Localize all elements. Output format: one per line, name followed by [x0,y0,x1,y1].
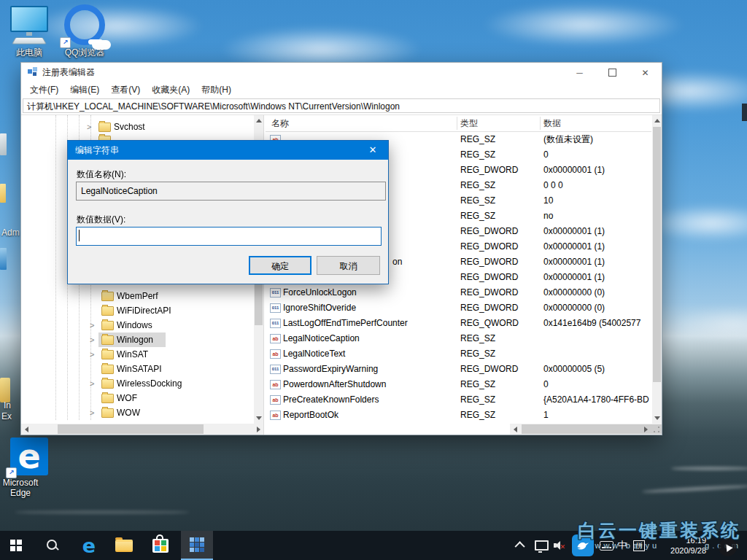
chevron-right-icon[interactable]: > [90,332,97,347]
scroll-left-arrow-icon[interactable] [21,424,32,435]
column-divider[interactable] [457,117,457,130]
scroll-right-arrow-icon[interactable] [253,424,264,435]
chevron-right-icon[interactable]: > [90,318,97,332]
desktop-icon-qq-browser[interactable]: ↗ QQ浏览器 [57,4,112,58]
dialog-titlebar[interactable]: 编辑字符串 [68,141,388,160]
tree-item-wirelessdocking[interactable]: >WirelessDocking [21,376,253,391]
tree-item-winsat[interactable]: >WinSAT [21,347,253,362]
desktop-icon-this-pc[interactable]: 此电脑 [1,6,57,58]
list-vertical-scrollbar[interactable] [652,115,662,424]
value-data: 0 [543,147,651,163]
menu-item-1[interactable]: 编辑(E) [64,84,105,96]
tree-horizontal-scrollbar[interactable] [21,424,264,435]
cancel-button[interactable]: 取消 [317,256,380,275]
tray-display[interactable] [531,531,551,560]
scroll-up-arrow-icon[interactable] [254,115,263,126]
desktop-icon-ms-edge[interactable]: e ↗ Microsoft Edge [1,438,57,498]
tree-item-label: WiFiDirectAPI [117,306,171,316]
tree-item-svchost[interactable]: >Svchost [21,120,253,134]
tray-touch-keyboard[interactable] [597,531,616,560]
scrollbar-thumb[interactable] [58,424,204,434]
value-data: 0x00000000 (0) [543,285,651,300]
tree-item-wof[interactable]: WOF [21,391,253,405]
menu-item-2[interactable]: 查看(V) [105,84,146,96]
chevron-right-icon[interactable]: > [90,347,97,362]
desktop-icon-label: Microsoft Edge [0,478,48,498]
tray-chevron-up[interactable] [511,531,531,560]
value-name: ForceUnlockLogon [283,285,457,300]
taskbar-edge-button[interactable]: e [73,531,105,560]
search-button[interactable] [36,531,69,560]
chevron-right-icon[interactable]: > [90,376,97,391]
taskbar-regedit-button[interactable] [181,531,213,560]
tree-item-windows[interactable]: >Windows [21,318,253,332]
column-header-type[interactable]: 类型 [460,115,478,131]
value-name: LastLogOffEndTimePerfCounter [283,316,457,331]
menu-item-4[interactable]: 帮助(H) [196,84,237,96]
list-horizontal-scrollbar[interactable] [510,424,662,435]
value-type: REG_DWORD [460,254,541,270]
tree-item-wbemperf[interactable]: WbemPerf [21,289,253,303]
hidden-desktop-icon-sliver [0,378,10,402]
value-name: PreCreateKnownFolders [283,392,457,408]
registry-value-row[interactable]: abPowerdownAfterShutdownREG_SZ0 [266,377,651,392]
start-button[interactable] [0,531,32,560]
tree-item-label: WirelessDocking [117,378,182,389]
tree-item-wifidirectapi[interactable]: WiFiDirectAPI [21,303,253,318]
column-header-data[interactable]: 数据 [543,115,561,131]
scroll-up-arrow-icon[interactable] [652,115,662,126]
string-value-icon: ab [270,380,281,389]
value-type: REG_SZ [460,346,541,362]
registry-value-row[interactable]: abLegalNoticeTextREG_SZ [266,346,651,362]
ime-pinyin-indicator[interactable]: 拼 [630,531,648,560]
tree-item-wow[interactable]: >WOW [21,405,253,420]
tree-top-items: >Svchost [21,120,253,134]
registry-value-row[interactable]: abPreCreateKnownFoldersREG_SZ{A520A1A4-1… [266,392,651,408]
registry-value-row[interactable]: abReportBootOkREG_SZ1 [266,408,651,423]
window-titlebar[interactable]: 注册表编辑器 ─ ✕ [21,63,662,82]
value-data: 0x141e164b9 (54002577 [543,316,651,331]
maximize-button[interactable] [596,63,629,82]
registry-value-row[interactable]: 011PasswordExpiryWarningREG_DWORD0x00000… [266,362,651,377]
close-button[interactable]: ✕ [629,63,662,82]
minimize-button[interactable]: ─ [563,63,596,82]
tree-item-winsatapi[interactable]: WinSATAPI [21,362,253,376]
tree-item-label: Svchost [114,122,145,132]
menu-item-3[interactable]: 收藏夹(A) [146,84,196,96]
regedit-app-icon [27,66,38,79]
value-data-input[interactable] [76,227,382,246]
ime-mode-indicator[interactable]: 中 [614,531,630,560]
address-field[interactable]: 计算机\HKEY_LOCAL_MACHINE\SOFTWARE\Microsof… [23,98,660,113]
scroll-down-arrow-icon[interactable] [254,413,263,424]
value-type: REG_SZ [460,209,541,224]
tree-item-winlogon[interactable]: >Winlogon [21,332,253,347]
ok-button[interactable]: 确定 [249,256,311,275]
registry-value-row[interactable]: 011ForceUnlockLogonREG_DWORD0x00000000 (… [266,285,651,300]
scroll-right-arrow-icon[interactable] [640,424,651,435]
window-title: 注册表编辑器 [42,66,95,79]
menu-item-0[interactable]: 文件(F) [24,84,64,96]
taskbar-explorer-button[interactable] [108,531,140,560]
resize-grip[interactable] [652,425,661,434]
column-divider[interactable] [540,117,541,130]
dialog-close-button[interactable]: ✕ [357,141,388,160]
folder-icon [101,350,114,359]
registry-value-row[interactable]: 011IgnoreShiftOverideREG_DWORD0x00000000… [266,300,651,316]
registry-value-row[interactable]: 011LastLogOffEndTimePerfCounterREG_QWORD… [266,316,651,331]
taskbar-clock[interactable]: 16:19 2020/9/28 [670,531,706,560]
registry-value-row[interactable]: abLegalNoticeCaptionREG_SZ [266,331,651,346]
column-header-name[interactable]: 名称 [271,115,289,131]
taskbar-store-button[interactable] [144,531,177,560]
value-data: 1 [543,408,651,423]
value-type: REG_DWORD [460,300,541,316]
scroll-left-arrow-icon[interactable] [510,424,521,435]
microsoft-store-icon [152,539,169,553]
tray-volume[interactable]: ✕ [550,531,569,560]
chevron-right-icon[interactable]: > [87,120,94,134]
value-name: LegalNoticeCaption [283,331,457,346]
scrollbar-thumb[interactable] [653,127,661,382]
scroll-down-arrow-icon[interactable] [652,413,662,424]
keyboard-icon [600,541,614,551]
chevron-right-icon[interactable]: > [90,405,97,420]
tray-bird-app[interactable] [569,531,597,560]
